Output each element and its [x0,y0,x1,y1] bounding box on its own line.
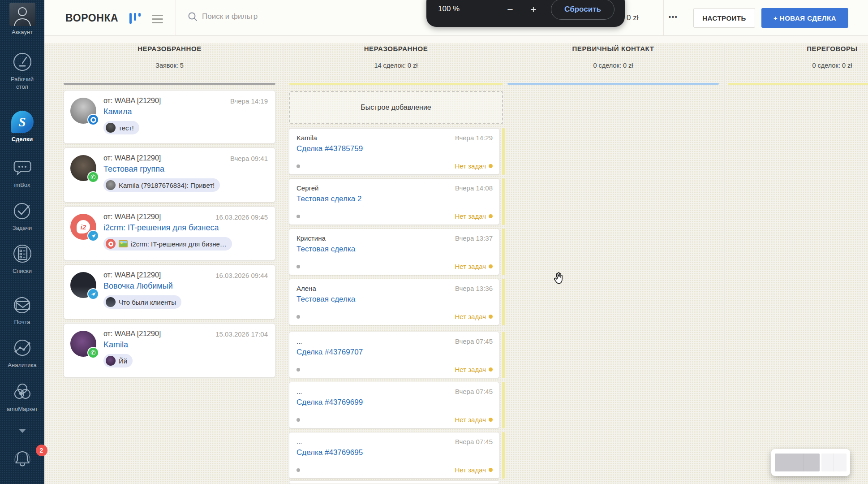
search-input[interactable] [202,12,336,21]
lead-time: 16.03.2026 09:44 [215,272,268,279]
lead-name-link[interactable]: Kamila [103,340,268,350]
lead-card[interactable]: от: WABA [21290] 16.03.2026 09:44 Вовочк… [64,264,275,320]
deals-icon: S [0,110,44,134]
deal-time: Вчера 14:08 [455,184,493,192]
last-message-chip: Йй [103,354,133,367]
column-subtitle-unsorted: 14 сделок: 0 zł [289,62,503,69]
sidebar-item-dashboard[interactable]: Рабочий стол [0,50,44,91]
column-subtitle-negotiations: 0 сделок: 0 zł [728,62,868,69]
lead-name-link[interactable]: i2crm: IT-решения для бизнеса [103,223,268,233]
chip-avatar [106,297,116,307]
lead-name-link[interactable]: Тестовая группа [103,164,268,174]
status-dot-icon [489,214,493,218]
grab-cursor-icon [552,271,565,287]
stage-color-strip [502,432,505,479]
sidebar-item-label: Аналитика [0,361,44,369]
deal-card[interactable]: Kamila Вчера 14:29 Сделка #43785759 Нет … [289,128,499,175]
zoom-reset-button[interactable]: Сбросить [551,0,614,20]
lead-time: Вчера 09:41 [230,155,268,162]
deal-link[interactable]: Тестовая сделка [296,295,492,304]
deal-link[interactable]: Тестовая сделка [296,245,492,254]
lead-card[interactable]: i2 от: WABA [21290] 16.03.2026 09:45 i2c… [64,206,275,261]
notification-count-badge: 2 [36,445,47,456]
column-header-unsorted: НЕРАЗОБРАННОЕ [289,45,503,52]
lead-card[interactable]: ✆ от: WABA [21290] Вчера 09:41 Тестовая … [64,147,275,203]
sidebar-item-imbox[interactable]: imBox [0,156,44,189]
scrollbar-thumb[interactable] [775,454,820,471]
sidebar-item-market[interactable]: amoМаркет [0,380,44,413]
chip-text: Kamila (79187676834): Привет! [119,182,215,189]
gray-dot-icon [296,215,300,218]
zoom-in-button[interactable]: + [526,2,541,17]
status-dot-icon [489,315,493,319]
column-divider [505,43,505,484]
deal-link[interactable]: Сделка #43769699 [296,398,492,407]
sidebar-expand-chevron-down-icon[interactable] [0,427,44,435]
sidebar-item-label: Списки [0,267,44,275]
board-minimap-scrollbar[interactable] [771,449,850,476]
deal-time: Вчера 07:45 [455,388,493,395]
sidebar-item-label: Сделки [0,135,44,143]
telegram-icon [87,288,99,300]
pipeline-total-sum: 0 zł [627,13,638,22]
deal-card-partial[interactable] [289,480,499,484]
column-divider [284,43,284,484]
lead-name-link[interactable]: Вовочка Любимый [103,281,268,291]
deal-status: Нет задач [455,263,493,270]
account-avatar [9,3,35,26]
status-dot-icon [489,418,493,422]
deal-link[interactable]: Сделка #43769695 [296,448,492,457]
deal-card[interactable]: Алена Вчера 13:36 Тестовая сделка Нет за… [289,279,499,325]
deal-status: Нет задач [455,212,493,220]
list-view-icon[interactable] [152,15,163,26]
chip-text: тест! [119,124,134,132]
status-dot-icon [489,264,493,268]
new-deal-button[interactable]: + НОВАЯ СДЕЛКА [761,8,848,28]
deal-card[interactable]: ... Вчера 07:45 Сделка #43769699 Нет зад… [289,382,499,428]
divider [663,0,664,36]
stage-color-strip [502,178,505,225]
deal-link[interactable]: Сделка #43769707 [296,348,492,357]
status-dot-icon [489,468,493,472]
deal-card[interactable]: Сергей Вчера 14:08 Тестовая сделка 2 Нет… [289,178,499,225]
column-subtitle-first-contact: 0 сделок: 0 zł [507,62,719,69]
deal-card[interactable]: Кристина Вчера 13:37 Тестовая сделка Нет… [289,229,499,275]
lead-name-link[interactable]: Камила [103,107,268,117]
sidebar-item-mail[interactable]: Почта [0,293,44,326]
lead-card[interactable]: ✆ от: WABA [21290] 15.03.2026 17:04 Kami… [64,323,275,378]
search-bar[interactable] [188,12,336,22]
notifications-bell[interactable]: 2 [0,447,44,472]
sidebar-item-label: Рабочий стол [7,75,38,91]
sidebar-item-deals[interactable]: S Сделки [0,110,44,143]
zoom-out-button[interactable]: − [503,2,518,17]
quick-add-button[interactable]: Быстрое добавление [289,91,503,124]
deal-time: Вчера 07:45 [455,438,493,445]
last-message-chip: Kamila (79187676834): Привет! [103,178,220,192]
column-line-unsorted-leads [64,83,275,85]
deal-link[interactable]: Сделка #43785759 [296,144,492,153]
status-dot-icon [489,367,493,372]
gray-dot-icon [296,368,300,372]
board-top-strip [44,36,868,43]
gray-dot-icon [296,468,300,472]
gray-dot-icon [296,164,300,168]
stage-color-strip [502,332,505,378]
deal-card[interactable]: ... Вчера 07:45 Сделка #43769707 Нет зад… [289,332,499,378]
pipeline-view-icon[interactable] [129,13,141,24]
lead-card[interactable]: от: WABA [21290] Вчера 14:19 Камила тест… [64,90,275,144]
lists-icon [0,242,44,265]
person-icon [10,4,34,26]
sidebar-item-tasks[interactable]: Задачи [0,199,44,232]
deal-time: Вчера 07:45 [455,337,493,345]
configure-button[interactable]: НАСТРОИТЬ [693,8,755,28]
tasks-icon [0,199,44,222]
column-header-negotiations: ПЕРЕГОВОРЫ [728,45,868,52]
more-options-icon[interactable]: ••• [669,13,678,21]
sidebar-item-account[interactable]: Аккаунт [0,3,44,35]
sidebar-item-lists[interactable]: Списки [0,242,44,275]
divider [176,0,176,36]
deal-card[interactable]: ... Вчера 07:45 Сделка #43769695 Нет зад… [289,432,499,479]
sidebar-item-analytics[interactable]: Аналитика [0,336,44,369]
sidebar-item-label: imBox [0,181,44,189]
deal-link[interactable]: Тестовая сделка 2 [296,194,492,203]
